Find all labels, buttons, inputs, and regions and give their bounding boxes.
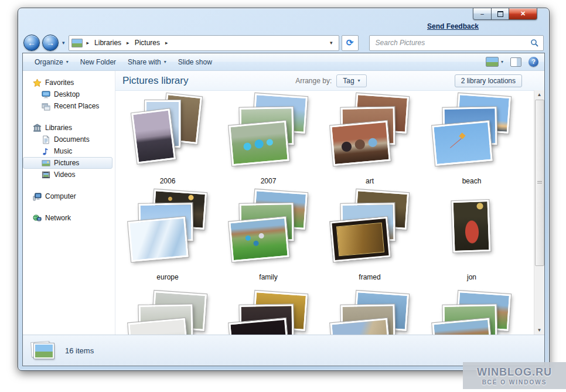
new-folder-button[interactable]: New Folder	[74, 56, 122, 69]
pictures-icon	[41, 158, 50, 168]
sidebar-item-recent-places[interactable]: Recent Places	[23, 100, 115, 112]
sidebar-item-music[interactable]: Music	[23, 145, 115, 157]
network-icon	[32, 213, 42, 223]
folder-label: framed	[320, 273, 420, 281]
folder-europe[interactable]: europe	[118, 191, 217, 286]
scroll-down-icon[interactable]: ▼	[534, 326, 544, 335]
library-header: Pictures library Arrange by: Tag ▾ 2 lib…	[115, 71, 544, 91]
watermark-subtitle: ВСЁ О WINDOWS	[465, 379, 564, 386]
libraries-icon	[32, 123, 42, 132]
document-icon	[41, 135, 50, 144]
scrollbar-thumb[interactable]	[535, 100, 544, 266]
title-bar[interactable]: Send Feedback – ✕	[18, 8, 549, 33]
forward-button[interactable]: →	[42, 35, 59, 51]
chevron-down-icon: ▾	[358, 78, 360, 83]
sidebar-item-documents[interactable]: Documents	[23, 134, 115, 145]
sidebar-group-libraries[interactable]: Libraries	[23, 122, 115, 134]
file-list-pane: Pictures library Arrange by: Tag ▾ 2 lib…	[115, 71, 544, 335]
folder-partial[interactable]	[118, 292, 217, 335]
computer-icon	[32, 192, 42, 201]
sidebar-item-computer[interactable]: Computer	[23, 190, 115, 202]
chevron-down-icon: ▾	[66, 59, 69, 64]
documents-label: Documents	[54, 135, 90, 144]
pictures-library-icon	[29, 340, 54, 361]
favorites-label: Favorites	[45, 79, 74, 87]
folder-label: family	[219, 273, 318, 281]
refresh-button[interactable]: ⟳	[342, 35, 359, 51]
status-bar: 16 items	[23, 335, 544, 366]
explorer-window: Send Feedback – ✕ ← → ▾ ▸ Libraries ▸ Pi…	[18, 8, 550, 371]
music-note-icon	[41, 146, 50, 156]
folder-label: beach	[422, 177, 521, 185]
search-icon	[530, 39, 538, 47]
folder-beach[interactable]: beach	[422, 95, 521, 190]
folder-label: 2006	[118, 177, 217, 185]
pictures-thumbnail-icon	[71, 39, 83, 47]
address-bar[interactable]: ▸ Libraries ▸ Pictures ▸ ▾	[69, 35, 339, 51]
folder-partial[interactable]	[320, 292, 420, 335]
arrange-by-dropdown[interactable]: Tag ▾	[336, 74, 366, 87]
sidebar-item-network[interactable]: Network	[23, 212, 115, 224]
new-folder-label: New Folder	[80, 58, 116, 66]
breadcrumb-pictures[interactable]: Pictures	[134, 38, 161, 48]
navigation-pane: Favorites Desktop Recent Places	[23, 71, 115, 335]
sidebar-item-pictures[interactable]: Pictures	[23, 157, 112, 169]
address-dropdown-icon[interactable]: ▾	[326, 40, 336, 46]
close-button[interactable]: ✕	[509, 8, 537, 20]
folder-label: 2007	[219, 177, 318, 185]
folder-family[interactable]: family	[219, 191, 318, 286]
preview-pane-button[interactable]	[510, 57, 521, 67]
folder-2006[interactable]: 2006	[118, 95, 217, 190]
videos-label: Videos	[54, 171, 75, 179]
item-count: 16 items	[65, 346, 94, 355]
page-title: Pictures library	[122, 75, 188, 87]
send-feedback-link[interactable]: Send Feedback	[427, 22, 479, 30]
navigation-row: ← → ▾ ▸ Libraries ▸ Pictures ▸ ▾ ⟳	[18, 33, 549, 53]
chevron-down-icon: ▾	[501, 59, 503, 64]
minimize-button[interactable]: –	[473, 8, 492, 20]
thumb-grip-icon	[537, 181, 542, 185]
back-button[interactable]: ←	[23, 35, 40, 51]
folder-partial[interactable]	[422, 292, 521, 335]
sidebar-group-favorites[interactable]: Favorites	[23, 77, 115, 88]
caption-buttons: – ✕	[473, 8, 537, 20]
search-box[interactable]	[369, 35, 544, 51]
watermark-title: WINBLOG.RU	[465, 366, 564, 379]
help-button[interactable]: ?	[529, 57, 538, 67]
slide-show-label: Slide show	[178, 58, 212, 66]
folder-label: art	[320, 177, 420, 185]
watermark: WINBLOG.RU ВСЁ О WINDOWS	[463, 362, 566, 389]
sidebar-item-desktop[interactable]: Desktop	[23, 88, 115, 100]
vertical-scrollbar[interactable]: ▲ ▼	[534, 90, 544, 335]
folder-jon[interactable]: jon	[422, 191, 521, 286]
organize-label: Organize	[35, 58, 63, 66]
sidebar-item-videos[interactable]: Videos	[23, 169, 115, 180]
search-input[interactable]	[374, 38, 530, 47]
library-locations-button[interactable]: 2 library locations	[455, 74, 522, 87]
recent-places-icon	[41, 101, 50, 111]
crumb-separator-icon: ▸	[124, 40, 132, 46]
organize-button[interactable]: Organize ▾	[29, 56, 74, 69]
folder-art[interactable]: art	[320, 95, 420, 190]
crumb-separator-icon: ▸	[162, 40, 171, 46]
pictures-label: Pictures	[54, 159, 79, 167]
folder-framed[interactable]: framed	[320, 191, 420, 286]
slide-show-button[interactable]: Slide show	[172, 56, 218, 69]
history-dropdown-icon[interactable]: ▾	[62, 40, 65, 46]
recent-places-label: Recent Places	[54, 102, 99, 110]
chevron-down-icon: ▾	[164, 59, 166, 64]
folder-grid: 2006 2007 art beach	[115, 90, 534, 335]
desktop-icon	[41, 90, 50, 99]
breadcrumb-libraries[interactable]: Libraries	[93, 38, 122, 48]
arrange-value: Tag	[343, 77, 354, 85]
maximize-button[interactable]	[492, 8, 509, 20]
share-with-label: Share with	[128, 58, 161, 66]
desktop-label: Desktop	[54, 90, 80, 98]
change-view-button[interactable]: ▾	[486, 57, 503, 67]
folder-2007[interactable]: 2007	[219, 95, 318, 190]
folder-label: europe	[118, 273, 217, 281]
scroll-up-icon[interactable]: ▲	[534, 90, 544, 99]
folder-partial[interactable]	[219, 292, 318, 335]
share-with-button[interactable]: Share with ▾	[122, 56, 172, 69]
folder-label: jon	[422, 273, 521, 281]
